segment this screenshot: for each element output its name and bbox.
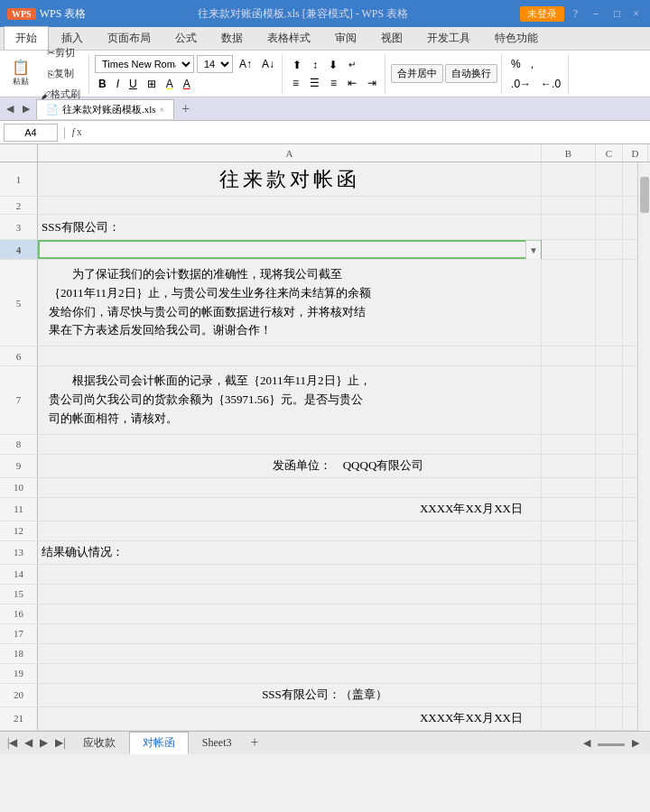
help-button[interactable]: ? — [570, 7, 581, 21]
cell-a6[interactable] — [38, 346, 542, 365]
indent-increase-button[interactable]: ⇥ — [363, 75, 381, 91]
align-top-button[interactable]: ⬆ — [288, 57, 306, 73]
underline-button[interactable]: U — [125, 75, 141, 93]
percent-button[interactable]: % — [507, 55, 525, 73]
file-add-button[interactable]: + — [178, 101, 193, 117]
paste-button[interactable]: 📋 粘贴 — [7, 58, 34, 90]
ribbon-tab-开发工具[interactable]: 开发工具 — [415, 26, 482, 50]
indent-decrease-button[interactable]: ⇤ — [343, 75, 361, 91]
cell-b10[interactable] — [542, 478, 596, 497]
cell-a19[interactable] — [38, 664, 542, 683]
sheet-nav-next[interactable]: ▶ — [36, 736, 51, 750]
cell-a11[interactable]: XXXX年XX月XX日 — [38, 498, 542, 521]
cell-a2[interactable] — [38, 197, 542, 214]
cell-a16[interactable] — [38, 604, 542, 623]
increase-font-button[interactable]: A↑ — [236, 55, 255, 73]
font-size-select[interactable]: 14 — [197, 55, 233, 73]
cell-c16[interactable] — [596, 604, 623, 623]
sheet-nav-first[interactable]: |◀ — [4, 736, 21, 750]
formula-function-icon[interactable]: ƒx — [71, 125, 82, 139]
cell-b7[interactable] — [542, 366, 596, 433]
ribbon-tab-公式[interactable]: 公式 — [163, 26, 209, 50]
file-nav-next[interactable]: ▶ — [20, 103, 32, 115]
scroll-right-btn[interactable]: ▶ — [632, 737, 639, 749]
minimize-button[interactable]: － — [587, 6, 605, 22]
cell-a7[interactable]: 根据我公司会计帐面的记录，截至｛2011年11月2日｝止， 贵公司尚欠我公司的货… — [38, 366, 542, 433]
cell-b1[interactable] — [542, 162, 596, 196]
file-tab[interactable]: 📄 往来款对账函模板.xls × — [36, 99, 174, 119]
merge-center-button[interactable]: 合并居中 — [391, 64, 443, 83]
wrap-text-button[interactable]: ↵ — [344, 57, 360, 73]
cell-b9[interactable] — [542, 455, 596, 477]
cell-c2[interactable] — [596, 197, 623, 214]
cell-c12[interactable] — [596, 521, 623, 540]
align-center-button[interactable]: ☰ — [305, 75, 324, 91]
align-middle-button[interactable]: ↕ — [308, 57, 322, 73]
cell-c10[interactable] — [596, 478, 623, 497]
cell-a15[interactable] — [38, 585, 542, 604]
cell-c6[interactable] — [596, 346, 623, 365]
cell-c4[interactable] — [596, 240, 623, 259]
formula-input[interactable] — [86, 126, 646, 139]
cell-b21[interactable] — [542, 707, 596, 730]
align-right-button[interactable]: ≡ — [326, 75, 341, 91]
decrease-font-button[interactable]: A↓ — [258, 55, 278, 73]
ribbon-tab-数据[interactable]: 数据 — [209, 26, 255, 50]
decrease-decimal-button[interactable]: ←.0 — [537, 75, 564, 93]
cell-b4[interactable] — [542, 240, 596, 259]
cell-c3[interactable] — [596, 215, 623, 239]
auto-run-button[interactable]: 自动换行 — [445, 64, 497, 83]
cell-a13[interactable]: 结果确认情况： — [38, 541, 542, 564]
login-button[interactable]: 未登录 — [520, 6, 564, 22]
ribbon-tab-特色功能[interactable]: 特色功能 — [483, 26, 550, 50]
cell-c18[interactable] — [596, 644, 623, 663]
cell-a18[interactable] — [38, 644, 542, 663]
cell-b5[interactable] — [542, 260, 596, 346]
scroll-left-btn[interactable]: ◀ — [583, 737, 590, 749]
cell-c17[interactable] — [596, 624, 623, 643]
cell-c14[interactable] — [596, 565, 623, 584]
cell-c8[interactable] — [596, 435, 623, 454]
cell-a1[interactable]: 往来款对帐函 — [38, 162, 542, 196]
cell-c13[interactable] — [596, 541, 623, 564]
font-name-select[interactable]: Times New Roman — [95, 55, 194, 73]
cell-a20[interactable]: SSS有限公司：（盖章） — [38, 684, 542, 706]
cell-b20[interactable] — [542, 684, 596, 706]
cell-a9[interactable]: 发函单位： QQQQ有限公司 — [38, 455, 542, 477]
ribbon-tab-视图[interactable]: 视图 — [369, 26, 414, 50]
cell-b11[interactable] — [542, 498, 596, 521]
scroll-thumb[interactable] — [640, 177, 649, 213]
cut-button[interactable]: ✂ 剪切 — [36, 43, 85, 62]
cell-b3[interactable] — [542, 215, 596, 239]
file-tab-close[interactable]: × — [160, 105, 165, 115]
vertical-scrollbar[interactable] — [637, 162, 650, 731]
bold-button[interactable]: B — [95, 75, 110, 93]
cell-c9[interactable] — [596, 455, 623, 477]
cell-a10[interactable] — [38, 478, 542, 497]
sheet-add-button[interactable]: + — [245, 734, 264, 751]
cell-c15[interactable] — [596, 585, 623, 604]
cell-a8[interactable] — [38, 435, 542, 454]
close-button[interactable]: × — [629, 7, 643, 21]
cell-a21[interactable]: XXXX年XX月XX日 — [38, 707, 542, 730]
cell-c1[interactable] — [596, 162, 623, 196]
ribbon-tab-页面布局[interactable]: 页面布局 — [96, 26, 162, 50]
border-button[interactable]: ⊞ — [144, 75, 160, 93]
comma-button[interactable]: , — [527, 55, 537, 73]
cell-a17[interactable] — [38, 624, 542, 643]
cell-b16[interactable] — [542, 604, 596, 623]
cell-b18[interactable] — [542, 644, 596, 663]
cell-c19[interactable] — [596, 664, 623, 683]
sheet-nav-last[interactable]: ▶| — [51, 736, 69, 750]
cell-c20[interactable] — [596, 684, 623, 706]
sheet-tab-shoukuan[interactable]: 应收款 — [70, 732, 129, 753]
cell-b13[interactable] — [542, 541, 596, 564]
increase-decimal-button[interactable]: .0→ — [507, 75, 534, 93]
sheet-tab-sheet3[interactable]: Sheet3 — [189, 733, 246, 752]
ribbon-tab-审阅[interactable]: 审阅 — [323, 26, 368, 50]
cell-b14[interactable] — [542, 565, 596, 584]
file-nav-prev[interactable]: ◀ — [4, 103, 16, 115]
cell-a3[interactable]: SSS有限公司： — [38, 215, 542, 239]
cell-b6[interactable] — [542, 346, 596, 365]
sheet-nav-prev[interactable]: ◀ — [21, 736, 36, 750]
